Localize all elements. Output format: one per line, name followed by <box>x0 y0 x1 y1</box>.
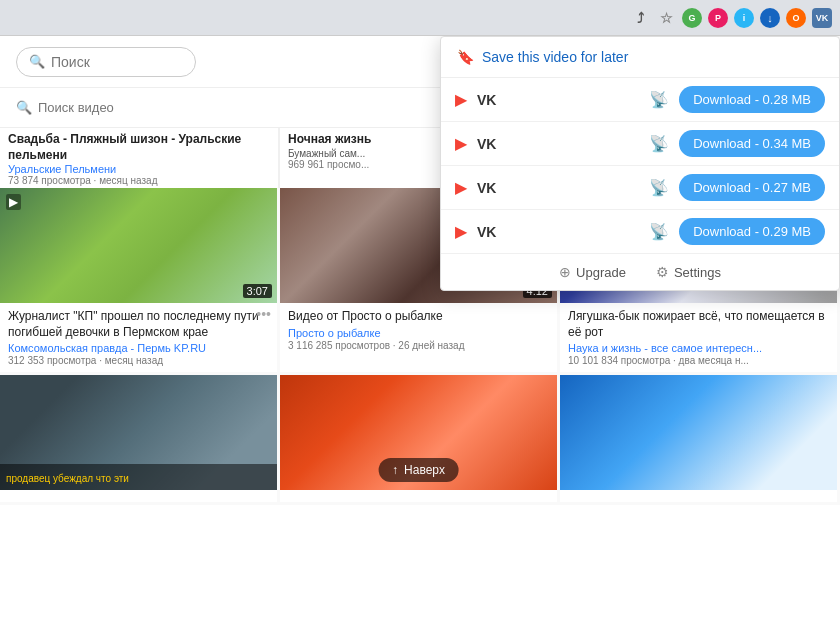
video-meta-2: 3 116 285 просмотров · 26 дней назад <box>288 340 549 351</box>
video-title-3: Лягушка-бык пожирает всё, что помещается… <box>568 309 829 340</box>
popup-download-btn-3[interactable]: Download - 0.27 MB <box>679 174 825 201</box>
video-title-2: Видео от Просто о рыбалке <box>288 309 549 325</box>
pink-ext-icon[interactable]: P <box>708 8 728 28</box>
download-ext-icon[interactable]: ↓ <box>760 8 780 28</box>
video-row-2: продавец убеждал что эти ↑ Наверх <box>0 375 840 505</box>
scroll-arrow: ↑ <box>392 463 398 477</box>
play-overlay-1: ▶ <box>6 194 21 210</box>
download-popup: 🔖 Save this video for later ▶ VK 📡 Downl… <box>440 36 840 291</box>
bottom-text-4: продавец убеждал что эти <box>6 473 129 484</box>
green-ext-icon[interactable]: G <box>682 8 702 28</box>
popup-cast-3[interactable]: 📡 <box>649 178 669 197</box>
video-channel-1[interactable]: Комсомольская правда - Пермь KP.RU <box>8 342 269 354</box>
star-icon[interactable]: ☆ <box>656 8 676 28</box>
partial-card-1[interactable]: Свадьба - Пляжный шизон - Уральские пель… <box>0 128 280 188</box>
settings-label: Settings <box>674 265 721 280</box>
popup-download-btn-1[interactable]: Download - 0.28 MB <box>679 86 825 113</box>
popup-row-2: ▶ VK 📡 Download - 0.34 MB <box>441 122 839 166</box>
popup-row-1: ▶ VK 📡 Download - 0.28 MB <box>441 78 839 122</box>
page-content: 🔍 🔔 6 ♪ 🔍 Свадьба - Пляжный шизон - Урал… <box>0 36 840 623</box>
video-thumb-4: продавец убеждал что эти <box>0 375 277 490</box>
search-icon: 🔍 <box>29 54 45 69</box>
video-thumb-1: ▶ 3:07 <box>0 188 277 303</box>
orange-ext-icon[interactable]: O <box>786 8 806 28</box>
video-search-icon: 🔍 <box>16 100 32 115</box>
video-info-3: Лягушка-бык пожирает всё, что помещается… <box>560 303 837 372</box>
video-meta-3: 10 101 834 просмотра · два месяца н... <box>568 355 829 366</box>
popup-play-1[interactable]: ▶ <box>455 90 467 109</box>
video-search-wrap[interactable]: 🔍 <box>16 100 178 115</box>
video-thumb-6 <box>560 375 837 490</box>
vk-ext-icon[interactable]: VK <box>812 8 832 28</box>
video-meta-1: 312 353 просмотра · месяц назад <box>8 355 269 366</box>
popup-play-3[interactable]: ▶ <box>455 178 467 197</box>
settings-btn[interactable]: ⚙ Settings <box>656 264 721 280</box>
share-icon[interactable]: ⤴ <box>630 8 650 28</box>
popup-download-btn-4[interactable]: Download - 0.29 MB <box>679 218 825 245</box>
popup-title: Save this video for later <box>482 49 628 65</box>
video-dots-1[interactable]: ••• <box>256 306 271 322</box>
video-thumb-5: ↑ Наверх <box>280 375 557 490</box>
popup-row-3: ▶ VK 📡 Download - 0.27 MB <box>441 166 839 210</box>
popup-header: 🔖 Save this video for later <box>441 37 839 78</box>
popup-label-4: VK <box>477 224 639 240</box>
video-card-1[interactable]: ▶ 3:07 ••• Журналист "КП" прошел по посл… <box>0 188 280 375</box>
scroll-label: Наверх <box>404 463 445 477</box>
scroll-top-btn[interactable]: ↑ Наверх <box>378 458 459 482</box>
popup-cast-2[interactable]: 📡 <box>649 134 669 153</box>
popup-row-4: ▶ VK 📡 Download - 0.29 MB <box>441 210 839 254</box>
video-info-4 <box>0 490 277 502</box>
popup-label-3: VK <box>477 180 639 196</box>
video-title-1: Журналист "КП" прошел по последнему пути… <box>8 309 269 340</box>
video-channel-3[interactable]: Наука и жизнь - все самое интересн... <box>568 342 829 354</box>
popup-download-btn-2[interactable]: Download - 0.34 MB <box>679 130 825 157</box>
video-card-6[interactable] <box>560 375 840 505</box>
video-channel-2[interactable]: Просто о рыбалке <box>288 327 549 339</box>
settings-icon: ⚙ <box>656 264 669 280</box>
video-search-input[interactable] <box>38 100 178 115</box>
main-search-input[interactable] <box>51 54 181 70</box>
popup-label-2: VK <box>477 136 639 152</box>
duration-1: 3:07 <box>243 284 272 298</box>
popup-label-1: VK <box>477 92 639 108</box>
partial-card-1-meta: 73 874 просмотра · месяц назад <box>8 175 270 186</box>
upgrade-btn[interactable]: ⊕ Upgrade <box>559 264 626 280</box>
popup-play-4[interactable]: ▶ <box>455 222 467 241</box>
main-search-wrap[interactable]: 🔍 <box>16 47 196 77</box>
popup-cast-1[interactable]: 📡 <box>649 90 669 109</box>
video-info-2: Видео от Просто о рыбалке Просто о рыбал… <box>280 303 557 357</box>
upgrade-icon: ⊕ <box>559 264 571 280</box>
upgrade-label: Upgrade <box>576 265 626 280</box>
info-ext-icon[interactable]: i <box>734 8 754 28</box>
video-card-5[interactable]: ↑ Наверх <box>280 375 560 505</box>
browser-chrome: ⤴ ☆ G P i ↓ O VK <box>0 0 840 36</box>
popup-play-2[interactable]: ▶ <box>455 134 467 153</box>
video-card-4[interactable]: продавец убеждал что эти <box>0 375 280 505</box>
video-info-1: Журналист "КП" прошел по последнему пути… <box>0 303 277 372</box>
partial-card-1-title: Свадьба - Пляжный шизон - Уральские пель… <box>8 132 270 163</box>
popup-cast-4[interactable]: 📡 <box>649 222 669 241</box>
partial-card-1-channel: Уральские Пельмени <box>8 163 270 175</box>
bookmark-icon: 🔖 <box>457 49 474 65</box>
popup-footer: ⊕ Upgrade ⚙ Settings <box>441 254 839 290</box>
